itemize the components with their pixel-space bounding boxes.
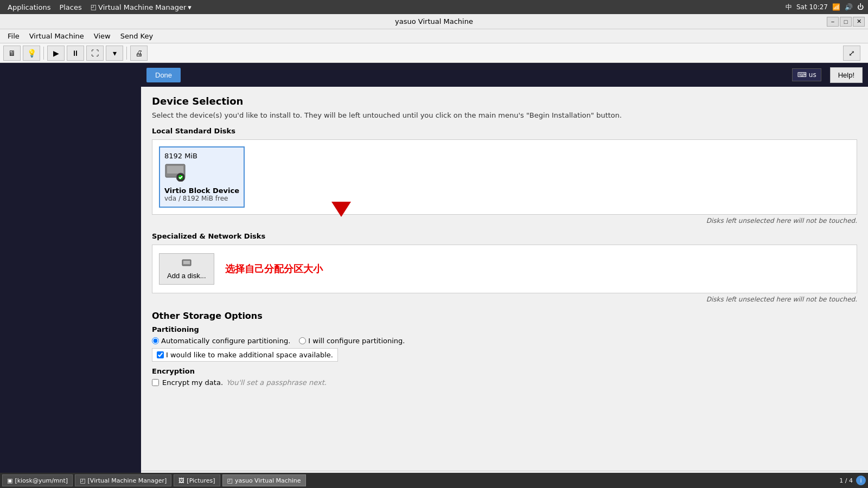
taskbar-item-yasuo[interactable]: ◰ yasuo Virtual Machine xyxy=(222,474,306,486)
manual-partition-radio[interactable] xyxy=(299,337,306,344)
installer-panel: Done ⌨ us Help! Device Selection Select … xyxy=(141,63,868,488)
disk-path: vda / 8192 MiB free xyxy=(164,195,239,202)
disks-note-2: Disks left unselected here will not be t… xyxy=(152,296,857,303)
vm-send-key-menu[interactable]: Send Key xyxy=(116,31,157,41)
volume-icon: 🔊 xyxy=(845,3,853,11)
keyboard-lang: us xyxy=(809,71,816,79)
taskbar-item-virt-manager[interactable]: ◰ [Virtual Machine Manager] xyxy=(75,474,171,486)
pause-btn[interactable]: ⏸ xyxy=(67,46,84,61)
expand-btn[interactable]: ⛶ xyxy=(86,46,104,61)
info-icon[interactable]: i xyxy=(856,476,866,485)
help-button[interactable]: Help! xyxy=(830,67,863,83)
encrypt-checkbox[interactable] xyxy=(152,379,159,386)
add-disk-button[interactable]: Add a disk... xyxy=(159,253,214,285)
specialized-disks-container: Add a disk... 选择自己分配分区大小 xyxy=(152,245,857,293)
svg-rect-1 xyxy=(167,166,183,174)
auto-partition-option[interactable]: Automatically configure partitioning. xyxy=(152,337,290,345)
vm-titlebar-buttons: − □ ✕ xyxy=(827,17,865,27)
svg-rect-5 xyxy=(183,261,190,264)
auto-partition-label: Automatically configure partitioning. xyxy=(161,337,290,345)
taskbar: ▣ [kiosk@yum/mnt] ◰ [Virtual Machine Man… xyxy=(0,473,868,488)
vm-minimize-btn[interactable]: − xyxy=(827,17,839,27)
disk-item[interactable]: 8192 MiB Virtio Block Device vda / xyxy=(159,146,245,208)
vm-left-panel xyxy=(0,63,141,488)
device-selection-title: Device Selection xyxy=(152,95,857,107)
manual-partition-label: I will configure partitioning. xyxy=(308,337,405,345)
pictures-icon: 🖼 xyxy=(178,477,184,484)
vm-taskbar-icon: ◰ xyxy=(227,477,233,484)
disks-note-1: Disks left unselected here will not be t… xyxy=(152,217,857,224)
encryption-label: Encryption xyxy=(152,367,857,375)
system-bar-right: 中 Sat 10:27 📶 🔊 ⏻ xyxy=(786,3,864,12)
done-button[interactable]: Done xyxy=(146,68,181,82)
encrypt-note: You'll set a passphrase next. xyxy=(226,378,327,387)
additional-space-label: I would like to make additional space av… xyxy=(166,351,333,359)
add-disk-icon xyxy=(182,258,192,269)
encryption-section: Encryption Encrypt my data. You'll set a… xyxy=(152,367,857,387)
terminal-icon: ▣ xyxy=(7,477,12,484)
add-disk-label: Add a disk... xyxy=(167,272,206,280)
vm-view-menu[interactable]: View xyxy=(90,31,115,41)
virt-manager-arrow: ▾ xyxy=(188,3,192,11)
disk-size: 8192 MiB xyxy=(164,152,239,160)
toolbar-sep-1 xyxy=(43,47,44,60)
encrypt-label: Encrypt my data. xyxy=(162,378,223,387)
taskbar-item-pictures[interactable]: 🖼 [Pictures] xyxy=(174,474,220,486)
keyboard-indicator: ⌨ us xyxy=(792,68,821,81)
applications-menu[interactable]: Applications xyxy=(4,2,54,12)
device-selection-desc: Select the device(s) you'd like to insta… xyxy=(152,111,857,119)
partitioning-radio-row: Automatically configure partitioning. I … xyxy=(152,337,857,345)
vm-maximize-btn[interactable]: □ xyxy=(840,17,852,27)
screen-btn[interactable]: 🖥 xyxy=(3,46,21,61)
installer-body: Device Selection Select the device(s) yo… xyxy=(141,87,868,471)
taskbar-right: 1 / 4 i xyxy=(839,476,866,485)
partitioning-label: Partitioning xyxy=(152,325,857,333)
installer-header: Done ⌨ us Help! xyxy=(141,63,868,87)
auto-partition-radio[interactable] xyxy=(152,337,159,344)
vm-toolbar: 🖥 💡 ▶ ⏸ ⛶ ▾ 🖨 ⤢ xyxy=(0,43,868,63)
resize-btn[interactable]: ⤢ xyxy=(843,46,860,61)
vm-close-btn[interactable]: ✕ xyxy=(853,17,865,27)
disk-icon xyxy=(164,162,239,185)
chinese-partition-text: 选择自己分配分区大小 xyxy=(225,262,323,275)
lang-indicator[interactable]: 中 xyxy=(786,3,792,12)
wifi-icon: 📶 xyxy=(832,3,840,11)
additional-space-row: I would like to make additional space av… xyxy=(152,348,338,362)
taskbar-item-kiosk[interactable]: ▣ [kiosk@yum/mnt] xyxy=(2,474,73,486)
page-indicator: 1 / 4 xyxy=(839,477,853,484)
manual-partition-option[interactable]: I will configure partitioning. xyxy=(299,337,405,345)
dropdown-btn[interactable]: ▾ xyxy=(106,46,123,61)
specialized-disks-label: Specialized & Network Disks xyxy=(152,232,857,240)
power-icon[interactable]: ⏻ xyxy=(857,3,864,11)
time-display: Sat 10:27 xyxy=(796,3,828,11)
places-menu[interactable]: Places xyxy=(56,2,85,12)
toolbar-sep-2 xyxy=(126,47,127,60)
encrypt-row: Encrypt my data. You'll set a passphrase… xyxy=(152,378,857,387)
play-btn[interactable]: ▶ xyxy=(47,46,65,61)
keyboard-icon: ⌨ xyxy=(797,71,806,79)
virt-manager-menu[interactable]: ◰ Virtual Machine Manager ▾ xyxy=(87,2,195,12)
disk-name: Virtio Block Device xyxy=(164,187,239,195)
local-disks-label: Local Standard Disks xyxy=(152,127,857,135)
vm-menubar: File Virtual Machine View Send Key xyxy=(0,29,868,43)
vm-virtual-machine-menu[interactable]: Virtual Machine xyxy=(25,31,88,41)
other-storage-title: Other Storage Options xyxy=(152,311,857,321)
local-disks-container: 8192 MiB Virtio Block Device vda / xyxy=(152,139,857,215)
capture-btn[interactable]: 🖨 xyxy=(130,46,148,61)
virt-manager-icon: ◰ xyxy=(91,3,97,11)
vm-file-menu[interactable]: File xyxy=(3,31,24,41)
vm-window: yasuo Virtual Machine − □ ✕ File Virtual… xyxy=(0,14,868,488)
additional-space-checkbox[interactable] xyxy=(157,351,164,358)
vm-title: yasuo Virtual Machine xyxy=(395,17,473,25)
vm-titlebar: yasuo Virtual Machine − □ ✕ xyxy=(0,14,868,29)
bulb-btn[interactable]: 💡 xyxy=(23,46,40,61)
virt-icon: ◰ xyxy=(80,477,85,484)
vm-content: Done ⌨ us Help! Device Selection Select … xyxy=(0,63,868,488)
arrow-head xyxy=(331,202,351,217)
system-bar: Applications Places ◰ Virtual Machine Ma… xyxy=(0,0,868,14)
system-bar-left: Applications Places ◰ Virtual Machine Ma… xyxy=(4,2,195,12)
